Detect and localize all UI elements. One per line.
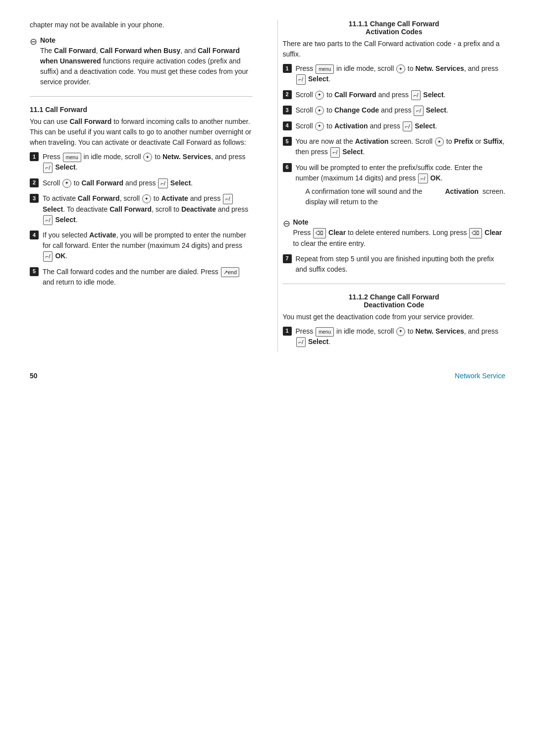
- select-icon-r4: ⌐/: [403, 121, 412, 132]
- note-icon-left: ⊖: [30, 36, 37, 47]
- sub-bullet-6-item: A confirmation tone will sound and the d…: [306, 186, 506, 207]
- step-num-7-right: 7: [283, 254, 292, 263]
- step-num-5-left: 5: [30, 267, 39, 276]
- step-3-left: 3 To activate Call Forward, scroll ✦ to …: [30, 193, 253, 225]
- step-2-left: 2 Scroll ✦ to Call Forward and press ⌐/ …: [30, 178, 253, 189]
- clear-btn-1: ⌫: [313, 228, 326, 238]
- divider-right-1: [283, 284, 506, 284]
- scroll-icon-r5: ✦: [435, 137, 444, 146]
- step-text-5-left: The Call forward codes and the number ar…: [43, 267, 253, 288]
- scroll-icon-1: ✦: [143, 153, 152, 162]
- select-icon-2: ⌐/: [158, 178, 167, 189]
- step-num-1-left: 1: [30, 152, 39, 161]
- note-icon-right: ⊖: [283, 218, 290, 229]
- step-num-6-right: 6: [283, 163, 292, 172]
- step-5-right: 5 You are now at the Activation screen. …: [283, 136, 506, 158]
- steps-list-right-3: 1 Press menu in idle mode, scroll ✦ to N…: [283, 326, 506, 348]
- section-11-1-2-title: 11.1.2 Change Call Forward Deactivation …: [283, 293, 506, 309]
- note-label-right: Note: [293, 218, 309, 226]
- step-text-5-right: You are now at the Activation screen. Sc…: [296, 136, 506, 158]
- clear-btn-2: ⌫: [469, 228, 482, 238]
- step-num-4-right: 4: [283, 121, 292, 130]
- step-num-2-right: 2: [283, 90, 292, 99]
- step-num-4-left: 4: [30, 231, 39, 239]
- step-5-left: 5 The Call forward codes and the number …: [30, 267, 253, 288]
- step-4-right: 4 Scroll ✦ to Activation and press ⌐/ Se…: [283, 121, 506, 132]
- step-text-7-right: Repeat from step 5 until you are finishe…: [296, 254, 506, 275]
- step-num-1-right: 1: [283, 64, 292, 73]
- steps-list-left: 1 Press menu in idle mode, scroll ✦ to N…: [30, 152, 253, 288]
- left-column: chapter may not be available in your pho…: [30, 20, 258, 352]
- step-1-left: 1 Press menu in idle mode, scroll ✦ to N…: [30, 152, 253, 173]
- menu-btn-1: menu: [63, 153, 81, 162]
- intro-text: chapter may not be available in your pho…: [30, 20, 253, 30]
- section-11-1-1-intro: There are two parts to the Call Forward …: [283, 39, 506, 59]
- step-2-right: 2 Scroll ✦ to Call Forward and press ⌐/ …: [283, 90, 506, 101]
- step-num-1-right-3: 1: [283, 327, 292, 336]
- step-1-right-3: 1 Press menu in idle mode, scroll ✦ to N…: [283, 326, 506, 348]
- divider-left-1: [30, 96, 253, 97]
- note-content-right: Note Press ⌫ Clear to delete entered num…: [293, 217, 506, 249]
- step-6-right: 6 You will be prompted to enter the pref…: [283, 163, 506, 213]
- scroll-icon-r4: ✦: [315, 122, 324, 131]
- section-11-1-1-title: 11.1.1 Change Call Forward Activation Co…: [283, 20, 506, 36]
- step-1-right: 1 Press menu in idle mode, scroll ✦ to N…: [283, 63, 506, 85]
- note-clear-text: Press ⌫ Clear to delete entered numbers.…: [293, 229, 502, 247]
- scroll-icon-r2: ✦: [315, 91, 324, 100]
- note-body-left: The Call Forward, Call Forward when Busy…: [40, 47, 248, 86]
- step-text-3-right: Scroll ✦ to Change Code and press ⌐/ Sel…: [296, 105, 506, 116]
- step-4-left: 4 If you selected Activate, you will be …: [30, 230, 253, 262]
- select-icon-4: ⌐/: [43, 251, 53, 262]
- step-text-4-left: If you selected Activate, you will be pr…: [43, 230, 253, 262]
- step-text-4-right: Scroll ✦ to Activation and press ⌐/ Sele…: [296, 121, 506, 132]
- footer-row: 50 Network Service: [30, 367, 505, 380]
- select-icon-r1: ⌐/: [296, 74, 306, 85]
- two-column-layout: chapter may not be available in your pho…: [30, 20, 505, 352]
- note-box-left: ⊖ Note The Call Forward, Call Forward wh…: [30, 35, 253, 87]
- scroll-icon-3: ✦: [142, 194, 151, 203]
- step-text-1-right: Press menu in idle mode, scroll ✦ to Net…: [296, 63, 506, 85]
- menu-btn-r3-1: menu: [316, 327, 334, 337]
- step-num-5-right: 5: [283, 137, 292, 146]
- steps-list-right-1: 1 Press menu in idle mode, scroll ✦ to N…: [283, 63, 506, 212]
- select-icon-r3: ⌐/: [414, 106, 423, 116]
- section-11-1-title: 11.1 Call Forward: [30, 106, 253, 114]
- step-num-2-left: 2: [30, 178, 39, 187]
- menu-btn-r1: menu: [316, 64, 334, 74]
- note-content-left: Note The Call Forward, Call Forward when…: [40, 35, 253, 87]
- note-box-right: ⊖ Note Press ⌫ Clear to delete entered n…: [283, 217, 506, 249]
- page-number: 50: [30, 372, 38, 380]
- select-icon-r6: ⌐/: [418, 174, 428, 184]
- end-btn-5: ↗end: [221, 267, 239, 278]
- select-icon-3b: ⌐/: [43, 215, 53, 226]
- step-text-2-left: Scroll ✦ to Call Forward and press ⌐/ Se…: [43, 178, 253, 189]
- step-text-6-right: You will be prompted to enter the prefix…: [296, 163, 506, 213]
- step-text-1-left: Press menu in idle mode, scroll ✦ to Net…: [43, 152, 253, 173]
- step-text-2-right: Scroll ✦ to Call Forward and press ⌐/ Se…: [296, 90, 506, 101]
- network-service-label: Network Service: [455, 372, 505, 380]
- select-icon-r3-1: ⌐/: [296, 337, 306, 348]
- section-11-1-2-intro: You must get the deactivation code from …: [283, 312, 506, 322]
- select-icon-r5: ⌐/: [330, 147, 340, 158]
- page-container: chapter may not be available in your pho…: [30, 20, 505, 380]
- scroll-icon-r3: ✦: [315, 106, 324, 115]
- step-num-3-right: 3: [283, 106, 292, 115]
- sub-bullet-6: A confirmation tone will sound and the d…: [306, 186, 506, 207]
- step-text-1-right-3: Press menu in idle mode, scroll ✦ to Net…: [296, 326, 506, 348]
- scroll-icon-2: ✦: [62, 179, 71, 188]
- section-11-1-intro: You can use Call Forward to forward inco…: [30, 116, 253, 148]
- step-3-right: 3 Scroll ✦ to Change Code and press ⌐/ S…: [283, 105, 506, 116]
- select-icon-r2: ⌐/: [411, 90, 421, 101]
- step-7-right: 7 Repeat from step 5 until you are finis…: [283, 254, 506, 275]
- step-num-3-left: 3: [30, 194, 39, 203]
- select-icon-1: ⌐/: [43, 163, 53, 173]
- step-text-3-left: To activate Call Forward, scroll ✦ to Ac…: [43, 193, 253, 225]
- select-icon-3: ⌐/: [223, 194, 232, 204]
- scroll-icon-r1: ✦: [396, 64, 405, 73]
- right-column: 11.1.1 Change Call Forward Activation Co…: [277, 20, 506, 352]
- scroll-icon-r3-1: ✦: [396, 327, 405, 336]
- note-label-left: Note: [40, 36, 55, 44]
- steps-list-right-2: 7 Repeat from step 5 until you are finis…: [283, 254, 506, 275]
